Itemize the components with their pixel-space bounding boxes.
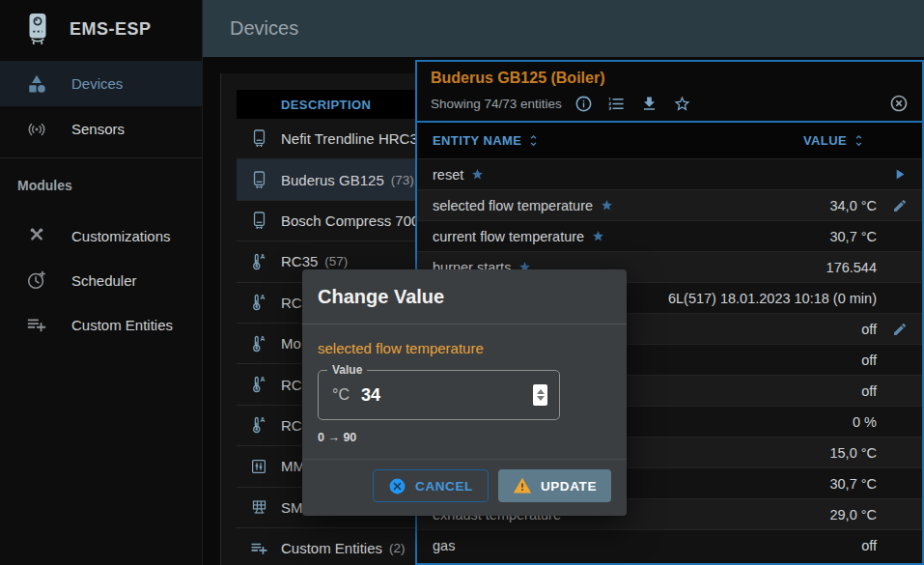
thermostat-icon: A xyxy=(237,252,281,271)
entity-value: 30,7 °C xyxy=(604,229,877,244)
entity-value: 34,0 °C xyxy=(613,198,877,213)
entity-value: off xyxy=(455,538,877,553)
sidebar-item-devices[interactable]: Devices xyxy=(0,61,202,106)
entity-row[interactable]: reset xyxy=(417,158,922,189)
entity-row[interactable]: current flow temperature 30,7 °C xyxy=(417,220,922,251)
sidebar-divider xyxy=(0,157,202,158)
device-label: Mo xyxy=(281,335,301,352)
sidebar-item-customizations[interactable]: Customizations xyxy=(0,213,202,258)
sidebar-item-label: Scheduler xyxy=(71,272,137,289)
boiler-icon xyxy=(237,128,281,149)
entity-panel-header: Buderus GB125 (Boiler) Showing 74/73 ent… xyxy=(417,62,922,121)
device-label: Bosch Compress 700 xyxy=(281,212,419,229)
dialog-actions: CANCEL UPDATE xyxy=(302,459,627,516)
unit-label: °C xyxy=(332,386,350,404)
entity-row[interactable]: gas off xyxy=(417,529,922,560)
favorite-star-icon xyxy=(592,230,604,242)
svg-text:A: A xyxy=(261,294,266,300)
category-icon xyxy=(26,73,47,95)
warning-icon xyxy=(513,476,532,495)
description-column-header: DESCRIPTION xyxy=(281,98,371,112)
info-icon[interactable] xyxy=(574,94,594,113)
sidebar: EMS-ESP Devices Senso xyxy=(0,0,203,565)
sidebar-item-sensors[interactable]: Sensors xyxy=(0,106,202,152)
entity-name: current flow temperature xyxy=(433,229,584,244)
entity-panel-title: Buderus GB125 (Boiler) xyxy=(431,70,910,87)
entity-panel-toolbar: Showing 74/73 entities xyxy=(431,94,910,113)
svg-text:A: A xyxy=(261,416,266,423)
entity-count-text: Showing 74/73 entities xyxy=(431,97,562,111)
device-label: Nefit Trendline HRC30 xyxy=(281,130,426,147)
svg-text:A: A xyxy=(261,253,266,260)
drilldown-arrow-icon[interactable] xyxy=(891,166,908,183)
main-nav: Devices Sensors xyxy=(0,61,202,152)
sort-icon xyxy=(526,133,541,148)
download-icon[interactable] xyxy=(640,94,659,113)
topbar: Devices xyxy=(203,0,924,57)
edit-pencil-icon[interactable] xyxy=(892,322,908,337)
update-button[interactable]: UPDATE xyxy=(498,469,611,502)
tools-icon xyxy=(26,225,47,246)
entity-name: reset xyxy=(433,167,463,183)
sidebar-item-scheduler[interactable]: Scheduler xyxy=(0,258,202,302)
update-button-label: UPDATE xyxy=(541,479,597,494)
entity-table-header: ENTITY NAME VALUE xyxy=(417,123,922,158)
brand-row: EMS-ESP xyxy=(0,0,202,58)
brand-name: EMS-ESP xyxy=(70,19,152,40)
device-entity-count: (2) xyxy=(389,541,406,555)
solar-icon xyxy=(237,498,281,516)
mixer-icon xyxy=(237,458,281,475)
value-column-header[interactable]: VALUE xyxy=(803,133,866,148)
change-value-dialog: Change Value selected flow temperature V… xyxy=(302,269,627,516)
sidebar-item-custom-entities[interactable]: Custom Entities xyxy=(0,302,202,347)
entity-name: selected flow temperature xyxy=(433,198,593,213)
value-header-label: VALUE xyxy=(803,133,847,148)
sidebar-item-label: Devices xyxy=(71,75,123,92)
edit-pencil-icon[interactable] xyxy=(892,198,908,213)
list-numbered-icon[interactable] xyxy=(607,94,627,113)
star-outline-icon[interactable] xyxy=(673,94,692,113)
page-title: Devices xyxy=(203,0,924,57)
value-field-label: Value xyxy=(327,363,367,377)
sidebar-item-label: Custom Entities xyxy=(71,317,173,333)
favorite-star-icon xyxy=(471,168,484,181)
device-label: SM xyxy=(281,499,303,516)
entity-name-column-header[interactable]: ENTITY NAME xyxy=(433,133,541,148)
device-label: RC35 xyxy=(281,253,318,269)
cancel-button-label: CANCEL xyxy=(415,479,473,494)
entity-name-header-label: ENTITY NAME xyxy=(433,133,521,148)
thermostat-icon: A xyxy=(237,415,281,435)
dialog-body: selected flow temperature Value °C 0 → 9… xyxy=(302,325,627,459)
close-icon[interactable] xyxy=(889,94,909,113)
value-field: Value °C xyxy=(318,370,560,420)
svg-text:A: A xyxy=(261,376,266,382)
thermostat-icon: A xyxy=(237,334,281,353)
cancel-circle-icon xyxy=(388,477,406,495)
favorite-star-icon xyxy=(601,199,613,212)
value-input[interactable] xyxy=(361,385,419,406)
boiler-icon xyxy=(237,170,281,190)
device-entity-count: (57) xyxy=(324,254,348,268)
entity-row[interactable]: selected flow temperature 34,0 °C xyxy=(417,189,922,220)
sidebar-item-label: Sensors xyxy=(71,121,125,137)
scheduler-clock-icon xyxy=(26,269,47,291)
dialog-title: Change Value xyxy=(302,269,627,325)
ems-esp-app: EMS-ESP Devices Senso xyxy=(0,0,924,565)
boiler-icon xyxy=(237,211,281,231)
playlist-add-icon xyxy=(237,539,281,557)
cancel-button[interactable]: CANCEL xyxy=(373,469,489,502)
device-entity-count: (73) xyxy=(391,173,414,187)
svg-text:A: A xyxy=(261,335,266,342)
device-label: Buderus GB125 xyxy=(281,172,384,188)
number-spinner[interactable] xyxy=(533,384,547,406)
sort-icon xyxy=(852,133,866,148)
sensors-icon xyxy=(26,119,47,140)
entity-name: gas xyxy=(433,538,455,553)
thermostat-icon: A xyxy=(237,375,281,394)
dialog-entity-name: selected flow temperature xyxy=(318,340,611,356)
modules-section-label: Modules xyxy=(17,178,202,193)
thermostat-icon: A xyxy=(237,293,281,312)
sidebar-item-label: Customizations xyxy=(71,228,171,244)
device-label: Custom Entities xyxy=(281,540,382,556)
playlist-add-icon xyxy=(26,314,47,335)
